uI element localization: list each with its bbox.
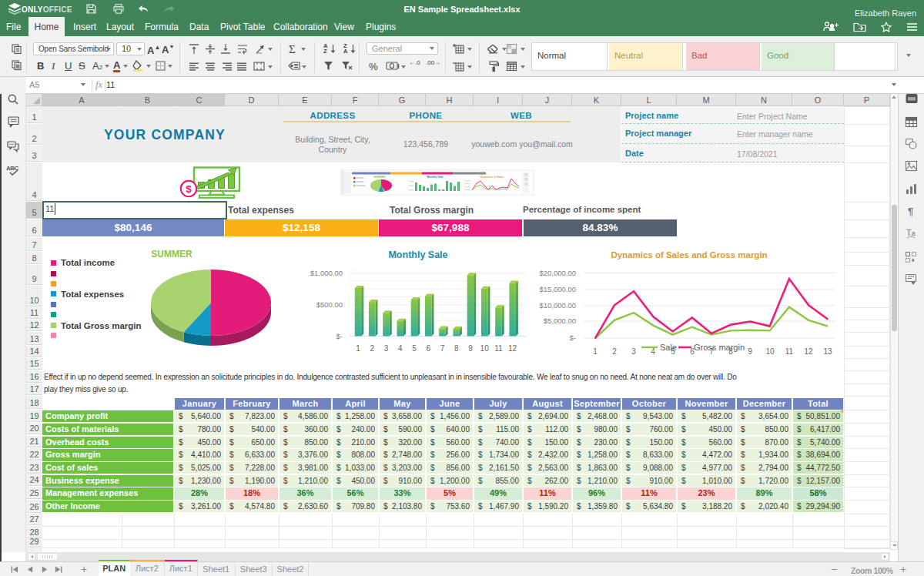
svg-text:$20,000.00: $20,000.00 xyxy=(539,269,576,277)
svg-text:10: 10 xyxy=(765,347,775,356)
svg-text:9: 9 xyxy=(468,344,473,353)
svg-text:SUMMER: SUMMER xyxy=(373,176,386,179)
svg-text:Gross margin: Gross margin xyxy=(694,343,745,352)
svg-text:11: 11 xyxy=(785,347,794,356)
svg-text:4: 4 xyxy=(398,344,403,353)
svg-text:$10,000.00: $10,000.00 xyxy=(539,301,576,310)
svg-text:7: 7 xyxy=(440,344,445,353)
svg-text:1: 1 xyxy=(356,344,360,353)
svg-text:8: 8 xyxy=(454,344,459,353)
svg-text:$1,000.00: $1,000.00 xyxy=(310,269,343,277)
svg-text:4: 4 xyxy=(651,347,655,356)
svg-text:9: 9 xyxy=(748,347,752,356)
svg-text:6: 6 xyxy=(426,344,430,353)
svg-text:$15,000.00: $15,000.00 xyxy=(539,285,576,293)
svg-text:1: 1 xyxy=(593,347,598,356)
svg-text:$-: $- xyxy=(336,332,343,340)
svg-text:12: 12 xyxy=(508,344,517,353)
svg-text:3: 3 xyxy=(384,344,389,353)
svg-text:2: 2 xyxy=(370,344,374,353)
svg-text:10: 10 xyxy=(480,344,490,353)
svg-text:$-: $- xyxy=(570,333,576,342)
svg-text:5: 5 xyxy=(412,344,417,353)
svg-text:11: 11 xyxy=(494,344,503,353)
svg-text:Monthly Sale: Monthly Sale xyxy=(388,249,447,260)
svg-text:$: $ xyxy=(186,183,192,195)
svg-text:12: 12 xyxy=(804,347,813,356)
svg-text:Monthly Sale: Monthly Sale xyxy=(427,176,444,179)
svg-text:3: 3 xyxy=(631,347,636,356)
svg-text:2: 2 xyxy=(612,347,617,356)
svg-text:Dynamics of Sales and Gross ma: Dynamics of Sales and Gross margin xyxy=(611,250,767,260)
svg-text:Dynamics of Sales: Dynamics of Sales xyxy=(480,176,504,179)
svg-text:$500.00: $500.00 xyxy=(316,300,343,309)
svg-text:13: 13 xyxy=(823,347,832,356)
svg-text:Sale: Sale xyxy=(660,343,677,352)
svg-text:$5,000.00: $5,000.00 xyxy=(544,316,576,325)
